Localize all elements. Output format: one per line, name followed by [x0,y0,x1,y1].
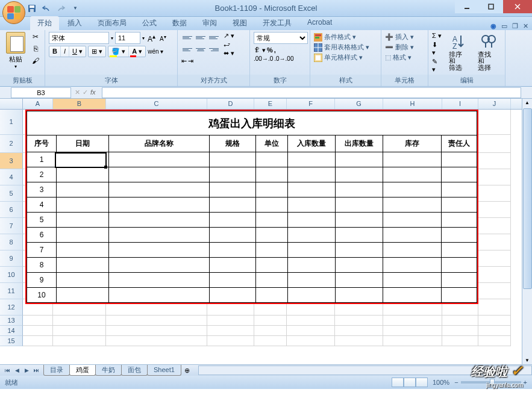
col-header-B[interactable]: B [53,99,106,109]
table-cell[interactable] [210,243,256,258]
orientation-button[interactable]: ↗ ▾ [224,32,234,40]
save-icon[interactable] [27,4,37,13]
row-header-4[interactable]: 4 [0,169,23,185]
table-cell[interactable] [383,197,442,213]
table-cell[interactable] [256,258,288,273]
col-header-E[interactable]: E [254,99,287,109]
next-sheet-button[interactable]: ▶ [22,367,31,373]
table-cell[interactable] [109,243,210,258]
table-cell[interactable] [57,213,109,228]
table-cell[interactable] [383,182,442,197]
wrap-text-button[interactable]: ⮐ [224,41,234,48]
table-cell[interactable] [336,228,383,243]
sheet-tab-牛奶[interactable]: 牛奶 [95,365,122,376]
table-cell[interactable]: 4 [27,197,57,213]
table-cell[interactable] [288,288,336,303]
table-cell[interactable]: 9 [27,273,57,288]
row-header-13[interactable]: 13 [0,316,23,326]
increase-indent-button[interactable]: ⇥ [188,57,193,65]
col-header-H[interactable]: H [383,99,442,109]
row-header-10[interactable]: 10 [0,267,23,283]
table-cell[interactable] [288,152,336,167]
redo-icon[interactable] [56,4,66,13]
align-middle-button[interactable] [195,32,207,43]
row-header-9[interactable]: 9 [0,250,23,267]
table-cell[interactable] [288,243,336,258]
help-icon[interactable]: ◉ [490,22,496,30]
table-cell[interactable] [57,258,109,273]
table-cell[interactable] [336,197,383,213]
decrease-decimal-button[interactable]: .0→.00 [274,55,293,62]
table-cell[interactable] [109,213,210,228]
fx-icon[interactable]: fx [90,89,96,96]
table-cell[interactable] [288,182,336,197]
table-cell[interactable] [383,167,442,182]
row-header-12[interactable]: 12 [0,299,23,316]
table-cell[interactable] [210,258,256,273]
table-cell[interactable] [336,213,383,228]
zoom-level[interactable]: 100% [433,379,449,386]
tab-开始[interactable]: 开始 [30,16,59,30]
table-cell[interactable] [210,213,256,228]
tab-视图[interactable]: 视图 [225,16,254,30]
prev-sheet-button[interactable]: ◀ [12,367,22,373]
table-cell[interactable] [442,228,477,243]
table-cell[interactable] [57,243,109,258]
table-cell[interactable]: 8 [27,258,57,273]
table-cell[interactable] [256,213,288,228]
table-cell[interactable] [442,182,477,197]
table-cell[interactable] [442,197,477,213]
table-cell[interactable] [288,228,336,243]
table-cell[interactable] [210,228,256,243]
table-cell[interactable] [336,288,383,303]
zoom-out-button[interactable]: − [454,379,458,386]
tab-Acrobat[interactable]: Acrobat [300,16,339,30]
col-header-F[interactable]: F [287,99,335,109]
table-cell[interactable] [256,273,288,288]
close-button[interactable] [503,0,532,13]
increase-decimal-button[interactable]: .00→.0 [254,55,273,62]
table-cell[interactable] [383,288,442,303]
vertical-scrollbar[interactable]: ▲ ▼ [522,99,532,364]
row-header-7[interactable]: 7 [0,218,23,234]
size-dropdown-icon[interactable]: ▾ [142,36,145,41]
table-cell[interactable] [57,288,109,303]
format-cells-button[interactable]: ⬚格式 ▾ [385,52,424,63]
table-cell[interactable] [288,258,336,273]
scroll-thumb[interactable] [523,108,532,289]
sheet-tab-鸡蛋[interactable]: 鸡蛋 [69,365,96,376]
table-cell[interactable] [442,213,477,228]
merge-button[interactable]: ⬌ ▾ [224,49,234,57]
cancel-formula-icon[interactable]: ✕ [75,89,80,96]
office-button[interactable] [2,1,25,24]
sheet-tab-Sheet1[interactable]: Sheet1 [147,365,181,376]
table-cell[interactable] [442,273,477,288]
clear-button[interactable]: ✎ ▾ [432,58,443,73]
enter-formula-icon[interactable]: ✓ [83,89,88,96]
accounting-button[interactable]: 🕏 ▾ [254,46,266,54]
table-cell[interactable] [336,152,383,167]
table-cell[interactable] [57,228,109,243]
normal-view-button[interactable] [392,378,404,387]
table-cell[interactable] [256,243,288,258]
table-cell[interactable] [109,182,210,197]
scroll-up-icon[interactable]: ▲ [525,100,530,105]
table-cell[interactable]: 1 [27,152,57,167]
table-cell[interactable] [210,152,256,167]
minimize-button[interactable] [455,0,479,13]
qat-dropdown-icon[interactable]: ▼ [70,4,80,13]
row-header-1[interactable]: 1 [0,110,23,135]
table-cell[interactable] [336,243,383,258]
copy-icon[interactable]: ⎘ [30,44,41,54]
table-cell[interactable] [256,167,288,182]
table-cell[interactable] [288,167,336,182]
row-header-3[interactable]: 3 [0,153,23,169]
table-cell[interactable] [256,182,288,197]
table-cell[interactable] [442,167,477,182]
align-right-button[interactable] [208,44,220,55]
autosum-button[interactable]: Σ ▾ [432,32,443,40]
row-header-2[interactable]: 2 [0,135,23,153]
page-break-view-button[interactable] [416,378,428,387]
paste-button[interactable]: 粘贴 ▾ [4,32,28,69]
table-cell[interactable] [256,152,288,167]
